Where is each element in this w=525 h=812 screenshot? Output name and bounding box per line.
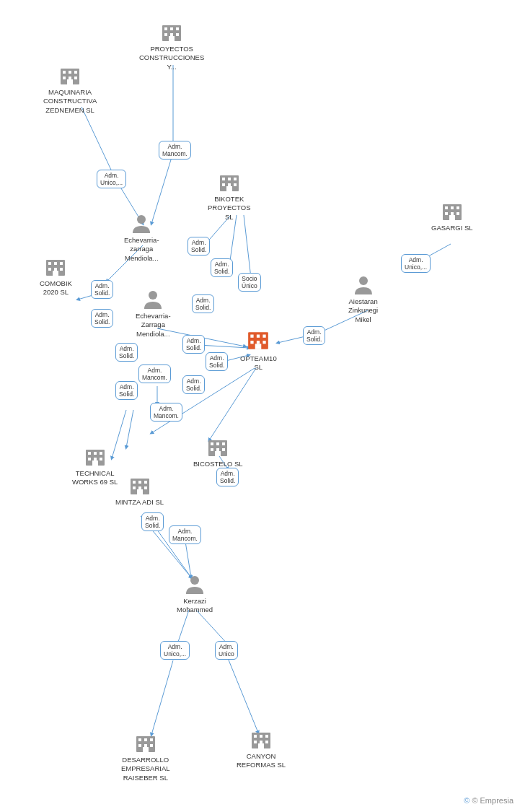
svg-rect-53	[445, 206, 448, 209]
building-icon-technical	[84, 446, 106, 468]
svg-rect-78	[255, 344, 262, 349]
node-comobik: COMOBIK 2020 SL	[40, 256, 72, 297]
svg-rect-118	[265, 741, 268, 743]
svg-rect-110	[150, 744, 153, 747]
badge-adm-mancom-4[interactable]: Adm.Mancom.	[169, 525, 201, 544]
badge-adm-mancom-1[interactable]: Adm.Mancom.	[159, 141, 191, 160]
copyright-symbol: ©	[464, 796, 469, 805]
svg-rect-65	[54, 268, 57, 271]
svg-rect-66	[60, 268, 63, 271]
svg-rect-97	[216, 442, 219, 445]
badge-adm-unico-3[interactable]: Adm.Unico,...	[160, 641, 190, 660]
badge-adm-solid-5[interactable]: Adm.Solid.	[192, 294, 214, 313]
svg-rect-56	[445, 212, 448, 215]
building-icon-opteam10	[247, 328, 270, 353]
badge-adm-solid-1[interactable]: Adm.Solid.	[188, 237, 210, 256]
svg-rect-96	[211, 442, 213, 445]
label-opteam10: OPTEAM10 SL	[240, 354, 277, 372]
svg-rect-50	[234, 183, 237, 186]
svg-line-27	[228, 658, 258, 733]
svg-rect-61	[48, 262, 51, 265]
svg-rect-31	[176, 27, 179, 30]
svg-rect-57	[451, 212, 454, 215]
badge-adm-solid-9[interactable]: Adm.Solid.	[115, 343, 138, 362]
svg-rect-74	[263, 335, 266, 338]
svg-rect-40	[63, 77, 66, 79]
svg-rect-106	[144, 738, 147, 741]
badge-adm-mancom-3[interactable]: Adm.Mancom.	[150, 403, 182, 422]
badge-adm-unico-2[interactable]: Adm.Unico,...	[401, 254, 431, 273]
svg-point-103	[190, 576, 199, 585]
svg-rect-93	[144, 486, 147, 489]
node-desarrollo: DESARROLLO EMPRESARIAL RAISEBER SL	[121, 733, 170, 782]
svg-rect-114	[260, 735, 262, 738]
badge-adm-unico-4[interactable]: Adm.Unico	[215, 641, 238, 660]
badge-adm-solid-13[interactable]: Adm.Solid.	[141, 512, 164, 531]
svg-rect-67	[53, 271, 58, 276]
node-opteam10: OPTEAM10 SL	[240, 328, 277, 372]
node-proyectos: PROYECTOS CONSTRUCCIONES Y...	[139, 22, 204, 71]
building-icon-canyon	[250, 729, 272, 751]
svg-rect-116	[254, 741, 257, 743]
svg-rect-73	[257, 335, 260, 338]
svg-line-16	[209, 368, 256, 440]
svg-rect-94	[137, 489, 143, 494]
label-echevarria-zarraga: Echevarria- Zarraga Mendiola...	[136, 312, 171, 339]
person-icon-aiestaran	[353, 274, 374, 296]
label-aiestaran: Aiestaran Zinkunegi Mikel	[348, 297, 378, 324]
svg-rect-80	[88, 452, 91, 455]
svg-line-17	[126, 410, 133, 448]
badge-adm-solid-11[interactable]: Adm.Solid.	[182, 375, 205, 394]
svg-rect-30	[170, 27, 173, 30]
svg-rect-48	[222, 183, 225, 186]
svg-rect-63	[60, 262, 63, 265]
badge-adm-solid-10[interactable]: Adm.Solid.	[115, 381, 138, 400]
node-canyon: CANYON REFORMAS SL	[237, 729, 286, 770]
node-aiestaran: Aiestaran Zinkunegi Mikel	[348, 274, 378, 324]
badge-adm-solid-2[interactable]: Adm.Solid.	[211, 258, 233, 277]
label-comobik: COMOBIK 2020 SL	[40, 279, 72, 297]
building-icon-desarrollo	[135, 733, 156, 754]
badge-adm-solid-3[interactable]: Adm.Solid.	[91, 280, 113, 299]
svg-rect-38	[69, 71, 71, 74]
watermark-text: © Empresia	[472, 796, 513, 805]
label-technical: TECHNICAL WORKS 69 SL	[72, 469, 118, 487]
badge-adm-solid-4[interactable]: Adm.Solid.	[91, 309, 113, 328]
building-icon-comobik	[45, 256, 66, 278]
node-maquinaria: MAQUINARIA CONSTRUCTIVA ZEDNEMEN SL	[43, 65, 97, 115]
connections-svg	[0, 0, 525, 812]
svg-line-6	[244, 215, 251, 278]
badge-adm-mancom-2[interactable]: Adm.Mancom.	[138, 364, 171, 383]
diagram-container: PROYECTOS CONSTRUCCIONES Y... MAQUINARIA…	[0, 0, 525, 812]
svg-rect-32	[164, 33, 167, 36]
svg-rect-81	[94, 452, 97, 455]
svg-rect-117	[260, 741, 262, 743]
building-icon-maquinaria	[59, 65, 81, 87]
person-icon-echevarria-zarraga	[143, 289, 163, 310]
badge-adm-solid-7[interactable]: Adm.Solid.	[182, 335, 205, 354]
svg-rect-35	[169, 36, 175, 41]
node-bikotek: BIKOTEK PROYECTOS SL	[208, 172, 250, 222]
node-gasargi: GASARGI SL	[431, 201, 473, 232]
badge-adm-solid-8[interactable]: Adm.Solid.	[206, 352, 228, 371]
svg-line-0	[81, 107, 115, 179]
svg-rect-92	[138, 486, 141, 489]
label-proyectos: PROYECTOS CONSTRUCCIONES Y...	[139, 45, 204, 71]
badge-adm-unico-1[interactable]: Adm.Unico,...	[97, 170, 126, 188]
svg-rect-43	[67, 79, 73, 84]
badge-adm-solid-12[interactable]: Adm.Solid.	[216, 468, 239, 486]
svg-line-26	[151, 660, 173, 735]
badge-adm-solid-6[interactable]: Adm.Solid.	[303, 326, 325, 345]
node-echevarria-person: Echevarria- zarraga Mendiola...	[124, 213, 159, 263]
node-kerzazi: Kerzazi Mohammed	[177, 574, 213, 615]
building-icon-mintza	[129, 475, 151, 497]
svg-rect-83	[88, 458, 91, 460]
label-kerzazi: Kerzazi Mohammed	[177, 597, 213, 615]
svg-rect-55	[456, 206, 459, 209]
svg-rect-98	[222, 442, 225, 445]
badge-socio-unico[interactable]: SocioÚnico	[238, 273, 261, 292]
svg-rect-107	[150, 738, 153, 741]
svg-rect-47	[234, 178, 237, 180]
svg-point-69	[359, 276, 368, 285]
node-echevarria-zarraga: Echevarria- Zarraga Mendiola...	[136, 289, 171, 339]
